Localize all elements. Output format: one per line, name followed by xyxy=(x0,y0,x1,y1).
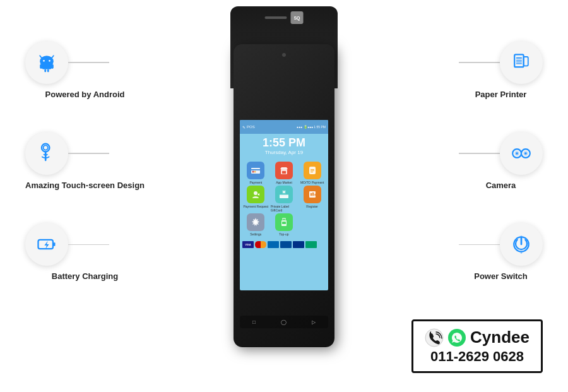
nav-back: □ xyxy=(252,319,256,325)
nav-recent: ▷ xyxy=(312,319,316,325)
svg-rect-35 xyxy=(514,54,523,67)
svg-rect-22 xyxy=(311,170,314,171)
app-register: Register xyxy=(299,186,326,212)
svg-rect-5 xyxy=(42,64,52,69)
app-grid: Payment App Market xyxy=(240,159,328,239)
printer-label: Paper Printer xyxy=(459,89,543,100)
app-payment: Payment xyxy=(242,162,269,184)
device-screen: ✎ POS ●●● 🔋 ●●● 1:55 PM 1:55 PM Thursday… xyxy=(240,120,328,290)
app-request: Payment Request xyxy=(242,186,269,212)
connector-line-camera xyxy=(459,153,500,154)
power-label: Power Switch xyxy=(459,271,543,282)
battery-icon-circle xyxy=(25,223,68,266)
card-logos: VISA xyxy=(240,240,328,249)
android-icon-circle xyxy=(25,41,68,84)
printer-icon xyxy=(510,51,533,74)
svg-rect-13 xyxy=(53,243,56,246)
svg-rect-27 xyxy=(283,191,284,193)
feature-printer: Paper Printer xyxy=(459,41,543,100)
svg-point-24 xyxy=(254,191,257,195)
camera-label: Camera xyxy=(459,180,543,191)
contact-number: 011-2629 0628 xyxy=(430,348,524,365)
svg-rect-7 xyxy=(51,64,54,69)
battery-icon xyxy=(35,233,58,256)
svg-point-17 xyxy=(254,171,256,173)
svg-rect-29 xyxy=(311,193,312,196)
svg-rect-26 xyxy=(280,193,288,195)
feature-camera: Camera xyxy=(459,132,543,191)
device-body: SQ xyxy=(230,6,338,347)
camera-icon-circle xyxy=(500,132,543,175)
android-label: Powered by Android xyxy=(25,89,145,100)
app-moto: MO/TO Payment xyxy=(299,162,326,184)
contact-icons-row: Cyndee xyxy=(425,328,530,347)
app-giftcard: Private Label GiftCard xyxy=(271,186,298,212)
svg-point-50 xyxy=(521,235,523,237)
nav-home: ◯ xyxy=(281,319,287,325)
svg-rect-21 xyxy=(311,169,314,170)
screen-time: 1:55 PM xyxy=(240,136,328,150)
connector-line-printer xyxy=(459,62,500,63)
svg-rect-23 xyxy=(311,172,313,172)
svg-point-46 xyxy=(524,152,526,154)
svg-rect-19 xyxy=(282,171,286,174)
svg-rect-14 xyxy=(251,168,260,174)
app-topup: Top-up xyxy=(271,213,298,236)
main-container: Powered by Android Amazi xyxy=(0,0,568,392)
left-features: Powered by Android Amazi xyxy=(25,41,145,283)
feature-touchscreen: Amazing Touch-screen Design xyxy=(25,132,145,191)
camera-icon xyxy=(509,145,533,162)
svg-rect-30 xyxy=(312,193,314,196)
svg-point-51 xyxy=(425,329,443,347)
feature-power: Power Switch xyxy=(459,223,543,282)
device-nav: □ ◯ ▷ xyxy=(240,316,328,328)
svg-point-11 xyxy=(44,146,48,150)
power-icon-circle xyxy=(500,223,543,266)
svg-point-43 xyxy=(516,152,518,154)
svg-rect-6 xyxy=(40,64,42,69)
app-settings: Settings xyxy=(242,213,269,236)
connector-line-android xyxy=(68,62,109,63)
battery-label: Battery Charging xyxy=(25,271,145,282)
feature-battery: Battery Charging xyxy=(25,223,145,282)
right-features: Paper Printer Camera xyxy=(459,41,543,283)
whatsapp-icon xyxy=(447,328,466,347)
svg-line-3 xyxy=(40,56,42,58)
touchscreen-label: Amazing Touch-screen Design xyxy=(25,180,145,191)
svg-rect-9 xyxy=(47,69,49,73)
svg-point-16 xyxy=(252,171,254,173)
connector-line-battery xyxy=(68,244,109,246)
contact-box: Cyndee 011-2629 0628 xyxy=(411,319,543,373)
device: SQ xyxy=(230,6,338,347)
svg-point-2 xyxy=(49,60,50,62)
app-market: App Market xyxy=(271,162,298,184)
svg-point-49 xyxy=(521,252,523,254)
svg-rect-15 xyxy=(251,169,260,170)
printer-icon-circle xyxy=(500,41,543,84)
power-icon xyxy=(510,233,533,256)
connector-line-touch xyxy=(68,153,109,154)
svg-rect-8 xyxy=(44,69,46,73)
screen-date: Thursday, Apr 19 xyxy=(240,150,328,155)
contact-name: Cyndee xyxy=(470,328,530,347)
screen-status-bar: ✎ POS ●●● 🔋 ●●● 1:55 PM xyxy=(240,120,328,134)
feature-android: Powered by Android xyxy=(25,41,145,100)
front-camera xyxy=(282,53,286,57)
svg-point-1 xyxy=(43,60,45,62)
touch-icon xyxy=(35,142,58,165)
phone-body: ✎ POS ●●● 🔋 ●●● 1:55 PM 1:55 PM Thursday… xyxy=(234,44,334,347)
svg-line-4 xyxy=(52,56,54,58)
phone-icon xyxy=(425,328,444,347)
svg-rect-31 xyxy=(314,194,316,196)
touch-icon-circle xyxy=(25,132,68,175)
android-icon xyxy=(35,51,58,74)
connector-line-power xyxy=(459,244,500,246)
